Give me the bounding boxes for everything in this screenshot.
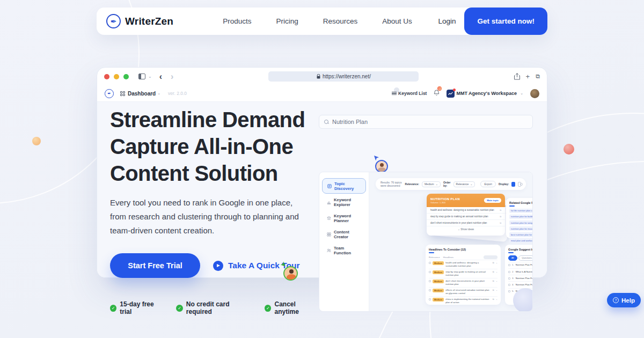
- nav-item-about[interactable]: About Us: [382, 17, 412, 25]
- apps-grid-icon[interactable]: [120, 91, 125, 96]
- maximize-traffic-light[interactable]: [123, 74, 129, 79]
- headlines-action-button[interactable]: [484, 255, 497, 259]
- chevron-down-icon[interactable]: ⌄: [148, 74, 152, 79]
- suggest-row[interactable]: 3. Nutrition Plan For Half Marathon +: [508, 275, 533, 281]
- headline-row[interactable]: Medium health and wellness: designing a …: [429, 260, 497, 269]
- user-avatar[interactable]: [530, 89, 539, 98]
- related-chip[interactable]: nutrition plan for weight loss: [509, 221, 533, 225]
- search-input[interactable]: Nutrition Plan: [319, 115, 533, 129]
- share-icon[interactable]: [514, 73, 520, 80]
- checkbox[interactable]: [508, 290, 510, 292]
- sidebar-item-content-creator[interactable]: Content Creator: [322, 226, 366, 242]
- chevron-down-icon[interactable]: ⌄: [496, 298, 497, 300]
- sidebar-item-topic-discovery[interactable]: Topic Discovery: [322, 178, 366, 194]
- export-button[interactable]: Export: [480, 181, 495, 187]
- copy-icon[interactable]: ⧉: [500, 222, 501, 224]
- relevance-select[interactable]: Medium⌄: [422, 181, 441, 187]
- chevron-down-icon: ⌄: [520, 91, 523, 95]
- checkbox[interactable]: [429, 298, 431, 300]
- back-button[interactable]: ‹: [159, 72, 162, 82]
- copy-icon[interactable]: ⧉: [500, 215, 501, 218]
- copy-icon[interactable]: ⧉: [493, 261, 494, 264]
- copy-icon[interactable]: ⧉: [500, 209, 501, 211]
- forward-button[interactable]: ›: [171, 72, 173, 82]
- brand-name: WriterZen: [125, 16, 173, 27]
- checkbox[interactable]: [429, 271, 431, 273]
- start-free-trial-button[interactable]: Start Free Trial: [110, 253, 200, 278]
- checkbox[interactable]: [429, 289, 431, 291]
- filter-questions[interactable]: Questions: [518, 255, 533, 261]
- sidebar-item-team-function[interactable]: Team Function: [322, 243, 366, 258]
- filter-all[interactable]: All: [508, 255, 517, 261]
- headline-row[interactable]: Medium don't short micronutrients in you…: [429, 278, 497, 287]
- dashboard-menu[interactable]: Dashboard: [128, 91, 156, 97]
- bullet-no-credit-card: ✓ No credit card required: [176, 300, 253, 315]
- related-chip[interactable]: meal plan and workout plan: [509, 238, 533, 243]
- address-bar[interactable]: https://writerzen.net/: [268, 71, 419, 82]
- checkbox[interactable]: [508, 277, 510, 280]
- topic-idea-row[interactable]: don't short micronutrients in your plant…: [427, 220, 505, 226]
- orderby-select[interactable]: Relevance⌄: [453, 181, 475, 187]
- notification-count-badge: 12: [437, 86, 442, 91]
- close-traffic-light[interactable]: [104, 74, 109, 79]
- copy-icon[interactable]: ⧉: [493, 280, 494, 282]
- tabs-overview-icon[interactable]: ⧉: [536, 73, 540, 80]
- chevron-down-icon[interactable]: ⌄: [496, 289, 497, 291]
- minimize-traffic-light[interactable]: [114, 74, 119, 79]
- checkbox[interactable]: [508, 271, 510, 273]
- suggest-row[interactable]: 1. Nutrition Plan For Muscle Gain +: [508, 262, 533, 268]
- copy-icon[interactable]: ⧉: [493, 289, 494, 291]
- main-content: Results: 76 topics were discovered Relev…: [369, 172, 532, 311]
- related-chip[interactable]: best nutrition plan for weight loss: [509, 232, 533, 237]
- headline-row[interactable]: Medium step by step guide to making an a…: [429, 269, 497, 278]
- brand[interactable]: ✒ WriterZen: [106, 14, 173, 28]
- sidebar-toggle-icon[interactable]: [138, 74, 145, 79]
- headline-row[interactable]: Medium effects of structured ramadan nut…: [429, 287, 497, 296]
- topic-card-nutrition-plan[interactable]: NUTRITION PLAN Volume: 1,300 Main topic …: [427, 194, 505, 236]
- chevron-down-icon[interactable]: ⌄: [496, 261, 497, 264]
- question-icon: ?: [613, 297, 619, 303]
- main-topic-button[interactable]: Main topic: [484, 198, 501, 203]
- copy-icon[interactable]: ⧉: [493, 270, 494, 273]
- display-grid-toggle[interactable]: [511, 182, 515, 187]
- suggest-filters: All Questions Prepositions Comparisons: [508, 255, 533, 261]
- get-started-button[interactable]: Get started now!: [464, 8, 547, 35]
- suggest-row[interactable]: 4. Nutrition Plan For Weight Gain +: [508, 281, 533, 288]
- nav-item-resources[interactable]: Resources: [323, 17, 358, 25]
- related-chip[interactable]: nutrition plan for building muscle: [509, 215, 533, 219]
- sidebar-item-keyword-explorer[interactable]: Keyword Explorer: [322, 194, 366, 210]
- topic-idea-row[interactable]: health and wellness: designing a sustain…: [427, 207, 505, 214]
- show-ideas-link[interactable]: ⌄ Show ideas: [427, 226, 505, 231]
- chevron-down-icon[interactable]: ⌄: [496, 280, 497, 282]
- display-list-toggle[interactable]: [518, 182, 521, 187]
- suggest-row[interactable]: 2. What Is A Nutrition Plan ? +: [508, 268, 533, 275]
- checkbox[interactable]: [429, 262, 431, 264]
- sidebar-item-keyword-planner[interactable]: Keyword Planner: [322, 210, 366, 226]
- help-button[interactable]: ? Help: [607, 293, 641, 307]
- related-chip[interactable]: nutrition plan for muscle gain: [509, 226, 533, 231]
- panel-title: Headlines To Consider (12): [429, 248, 497, 251]
- top-navbar: ✒ WriterZen Products Pricing Resources A…: [97, 8, 547, 35]
- related-chip[interactable]: fat life nutrition plan called caramel: [509, 209, 533, 214]
- nav-menu: Products Pricing Resources About Us: [223, 17, 412, 25]
- checkbox[interactable]: [508, 264, 510, 266]
- chevron-down-icon[interactable]: ⌄: [496, 270, 497, 273]
- collaborator-cursor-green: [280, 261, 307, 288]
- app-top-bar: ✒ Dashboard ⌄ ver. 2.0.0 Keyword List 12…: [97, 85, 547, 102]
- workspace-switcher[interactable]: MMT Agency's Workspace ⌄: [447, 90, 523, 98]
- keyword-list-button[interactable]: Keyword List: [392, 91, 427, 96]
- search-icon: [324, 120, 328, 124]
- copy-icon[interactable]: ⧉: [493, 298, 494, 300]
- headline-row[interactable]: Medium china is implementing the nationa…: [429, 296, 497, 305]
- checkbox[interactable]: [508, 284, 510, 286]
- app-sidebar: Topic Discovery Keyword Explorer Keyword…: [319, 172, 369, 311]
- nav-item-products[interactable]: Products: [223, 17, 251, 25]
- new-tab-icon[interactable]: +: [526, 72, 530, 80]
- nav-item-pricing[interactable]: Pricing: [276, 17, 298, 25]
- checkbox[interactable]: [429, 280, 431, 282]
- notifications-button[interactable]: 12: [434, 89, 440, 98]
- check-icon: ✓: [176, 305, 182, 312]
- login-link[interactable]: Login: [438, 17, 456, 25]
- app-logo-icon[interactable]: ✒: [105, 89, 114, 98]
- topic-idea-row[interactable]: step by step guide to making an annual n…: [427, 214, 505, 220]
